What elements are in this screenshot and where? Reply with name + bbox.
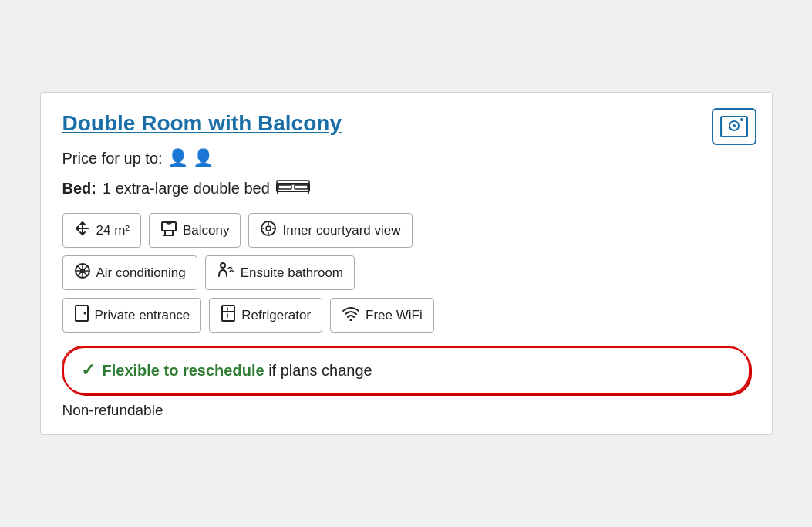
price-label: Price for up to: [62,150,163,167]
entrance-label: Private entrance [95,308,190,323]
amenity-fridge: Refrigerator [209,298,322,333]
amenity-size: 24 m² [62,213,141,248]
person-icon-2: 👤 [193,148,214,168]
entrance-icon [74,305,89,326]
bed-label: Bed: [62,180,96,198]
bed-description: 1 extra-large double bed [103,180,270,198]
amenities-row-3: Private entrance Refrigerator [62,298,750,333]
courtyard-icon [260,220,277,241]
person-icon-1: 👤 [167,148,188,168]
amenities-row-1: 24 m² Balcony [62,213,750,248]
bed-row: Bed: 1 extra-large double bed [62,177,750,199]
wifi-label: Free WiFi [366,308,423,323]
svg-point-29 [83,312,86,315]
svg-rect-28 [76,306,88,321]
svg-point-27 [221,263,225,268]
flexible-bold: Flexible to reschedule [103,362,264,379]
flexible-text: Flexible to reschedule if plans change [103,362,372,380]
size-label: 24 m² [96,223,130,238]
bed-icon [276,177,310,199]
aircon-label: Air conditioning [96,265,186,281]
aircon-icon [74,262,91,283]
photo-icon[interactable] [712,108,756,145]
svg-rect-9 [277,181,309,184]
flexible-reschedule-box: ✓ Flexible to reschedule if plans change [62,346,750,394]
bathroom-label: Ensuite bathroom [241,265,343,281]
non-refundable-text: Non-refundable [62,402,750,419]
room-title[interactable]: Double Room with Balcony [62,111,342,136]
courtyard-label: Inner courtyard view [282,223,400,238]
fridge-label: Refrigerator [241,308,311,323]
svg-rect-6 [295,185,308,189]
flexible-rest: if plans change [264,362,372,379]
svg-point-2 [733,124,736,127]
size-icon [74,221,91,240]
check-icon: ✓ [81,360,95,380]
room-card: Double Room with Balcony Price for up to… [40,92,773,435]
amenity-aircon: Air conditioning [62,255,197,290]
fridge-icon [221,305,236,326]
amenity-courtyard: Inner courtyard view [248,213,412,248]
svg-point-16 [266,226,271,231]
amenities-row-2: Air conditioning Ensuite bathroom [62,255,750,290]
bathroom-icon [217,262,235,283]
amenity-wifi: Free WiFi [330,298,434,333]
balcony-icon [160,221,177,240]
svg-point-3 [740,118,743,121]
balcony-label: Balcony [183,223,229,238]
amenity-balcony: Balcony [149,213,241,248]
wifi-icon [342,306,360,325]
svg-rect-31 [222,306,234,321]
price-row: Price for up to: 👤 👤 [62,148,750,168]
svg-point-35 [350,319,352,322]
svg-rect-5 [278,185,291,189]
amenity-entrance: Private entrance [62,298,202,333]
amenity-bathroom: Ensuite bathroom [205,255,355,290]
